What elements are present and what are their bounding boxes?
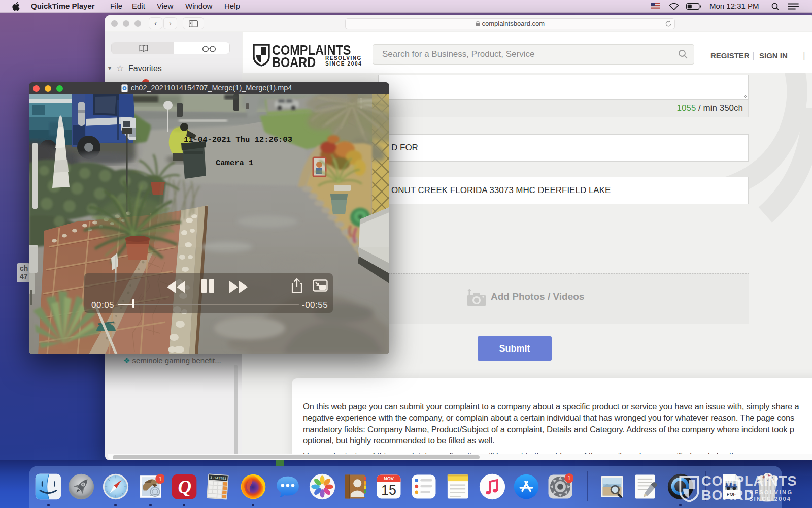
svg-text:Q: Q (178, 477, 192, 497)
svg-text:1: 1 (567, 474, 571, 481)
svg-text:11-04-2021 Thu 12:26:03: 11-04-2021 Thu 12:26:03 (184, 135, 292, 144)
svg-text:NOV: NOV (384, 476, 394, 481)
svg-text:15: 15 (381, 483, 396, 498)
svg-text:Camera 1: Camera 1 (216, 158, 253, 168)
svg-text:1: 1 (159, 475, 162, 482)
